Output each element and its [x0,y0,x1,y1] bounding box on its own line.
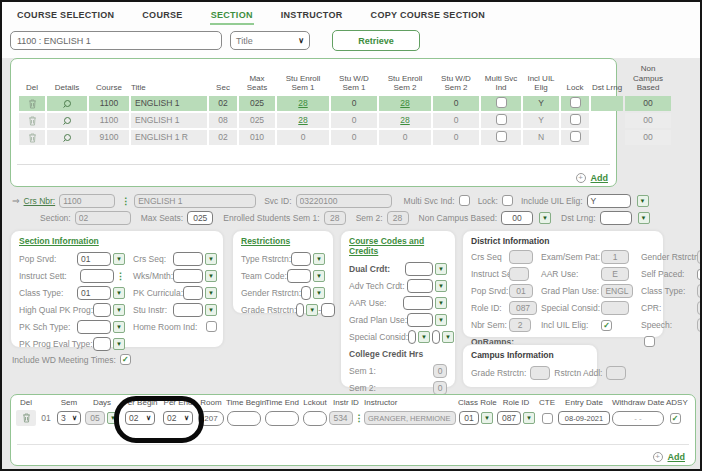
dropdown-arrow-icon[interactable]: ▼ [418,331,430,343]
time-end-field[interactable] [265,411,299,426]
add-section-link[interactable]: Add [591,173,609,183]
enroll-sem1-link[interactable]: 28 [298,115,307,125]
home-room-ind-checkbox[interactable] [206,321,217,332]
dropdown-arrow-icon[interactable]: ▼ [435,280,447,292]
dropdown-arrow-icon[interactable]: ▼ [113,338,125,350]
class-role-field[interactable] [459,411,479,425]
sem-select[interactable]: 3∨ [57,411,81,425]
wks-mnth-select[interactable] [173,269,203,283]
dropdown-arrow-icon[interactable]: ▼ [113,304,125,316]
table-row[interactable]: 9100 ENGLISH 1 R 02 010 0 0 0 0 N 00 [19,130,671,145]
delete-row-button[interactable] [19,130,45,145]
lock-checkbox[interactable] [570,97,581,108]
dropdown-arrow-icon[interactable]: ▼ [637,195,649,207]
pk-sch-type-select[interactable] [77,320,111,334]
dropdown-arrow-icon[interactable]: ▼ [113,253,125,265]
entry-date-field[interactable] [558,411,610,425]
stu-instr-select[interactable] [173,303,203,317]
class-type-select[interactable]: 01 [77,286,111,300]
role-id-field[interactable] [497,411,521,425]
dropdown-arrow-icon[interactable]: ▼ [205,270,217,282]
instruct-sett-field[interactable] [80,269,114,283]
team-code-select[interactable] [287,269,311,283]
dst-lrng-field[interactable] [600,211,632,225]
per-end-select[interactable]: 02∨ [163,411,193,425]
enroll-sem2-link[interactable]: 28 [400,98,409,108]
non-campus-based-field[interactable] [501,211,533,225]
dropdown-arrow-icon[interactable]: ▼ [435,297,447,309]
enroll-sem1-link[interactable]: 28 [298,98,307,108]
special-consid-select-1[interactable] [408,330,416,344]
ellipsis-icon[interactable]: ⋮ [116,271,125,281]
grad-plan-use-select[interactable] [407,313,433,327]
dropdown-arrow-icon[interactable]: ▼ [638,212,650,224]
dropdown-arrow-icon[interactable]: ▼ [435,263,447,275]
dist-onramps-checkbox[interactable] [644,336,655,347]
search-by-select[interactable]: Title ∨ [230,31,310,50]
course-search-input[interactable] [10,31,222,50]
adsy-checkbox[interactable]: ✓ [670,413,681,424]
high-qual-pk-prog-select[interactable] [93,303,111,317]
lock-checkbox[interactable] [570,131,581,142]
grade-rstrctn-select[interactable] [296,303,304,317]
delete-row-button[interactable] [19,113,45,128]
table-row[interactable]: 1100 ENGLISH 1 08 025 28 0 28 0 Y 00 [19,113,671,128]
special-consid-select-2[interactable] [432,330,440,344]
details-button[interactable] [47,113,87,128]
type-rstrctn-select[interactable] [291,252,311,266]
dropdown-arrow-icon[interactable]: ▼ [539,212,551,224]
dropdown-arrow-icon[interactable]: ▼ [306,304,318,316]
table-row[interactable]: 1100 ENGLISH 1 02 025 28 0 28 0 Y 00 [19,96,671,111]
withdraw-date-field[interactable] [612,411,664,426]
details-button[interactable] [47,96,87,111]
gender-rstrctn-select[interactable] [301,286,311,300]
dropdown-arrow-icon[interactable]: ▼ [523,412,535,424]
incl-uil-elig-checkbox[interactable]: ✓ [601,320,612,331]
dropdown-arrow-icon[interactable]: ▼ [107,412,119,424]
dual-crdt-select[interactable] [405,262,433,276]
self-paced-checkbox[interactable] [697,269,702,280]
multi-svc-ind-checkbox[interactable] [496,114,507,125]
lock-checkbox[interactable] [502,195,513,206]
include-uil-elig-select[interactable]: Y [587,194,631,208]
dropdown-arrow-icon[interactable]: ▼ [205,253,217,265]
crs-nbr-link[interactable]: Crs Nbr: [24,196,56,206]
pop-srvd-select[interactable]: 01 [77,252,111,266]
ellipsis-icon[interactable]: ⋮ [355,413,364,423]
crs-seq-select[interactable] [173,252,203,266]
section-information-title[interactable]: Section Information [19,236,215,246]
dropdown-arrow-icon[interactable]: ▼ [205,304,217,316]
dropdown-arrow-icon[interactable]: ▼ [313,287,325,299]
course-codes-credits-title[interactable]: Course Codes and Credits [349,236,447,256]
delete-row-button[interactable] [16,410,36,426]
adv-tech-crdt-select[interactable] [407,279,433,293]
lckout-field[interactable] [303,411,327,426]
pk-curricula-select[interactable] [183,286,203,300]
dropdown-arrow-icon[interactable]: ▼ [113,321,125,333]
dropdown-arrow-icon[interactable]: ▼ [313,270,325,282]
delete-row-button[interactable] [19,96,45,111]
restrictions-title[interactable]: Restrictions [241,236,325,246]
tab-course[interactable]: COURSE [141,7,183,25]
tab-instructor[interactable]: INSTRUCTOR [280,7,344,25]
room-field[interactable] [198,411,224,426]
cte-checkbox[interactable] [542,413,553,424]
dropdown-arrow-icon[interactable]: ▼ [205,287,217,299]
dropdown-arrow-icon[interactable]: ▼ [113,287,125,299]
dropdown-arrow-icon[interactable]: ▼ [313,253,325,265]
per-begin-select[interactable]: 02∨ [125,411,155,425]
grade-rstrctn-to-field[interactable] [321,303,335,317]
enroll-sem2-link[interactable]: 28 [400,115,409,125]
multi-svc-ind-checkbox[interactable] [459,195,470,206]
time-begin-field[interactable] [227,411,261,426]
tab-course-selection[interactable]: COURSE SELECTION [16,7,115,25]
ellipsis-icon[interactable]: ⋮ [121,196,130,206]
dropdown-arrow-icon[interactable]: ▼ [442,331,454,343]
pk-prog-eval-type-select[interactable] [93,337,111,351]
include-wd-meeting-times-checkbox[interactable]: ✓ [120,354,131,365]
details-button[interactable] [47,130,87,145]
dropdown-arrow-icon[interactable]: ▼ [481,412,493,424]
max-seats-field[interactable] [187,211,213,225]
lock-checkbox[interactable] [570,114,581,125]
dropdown-arrow-icon[interactable]: ▼ [435,314,447,326]
